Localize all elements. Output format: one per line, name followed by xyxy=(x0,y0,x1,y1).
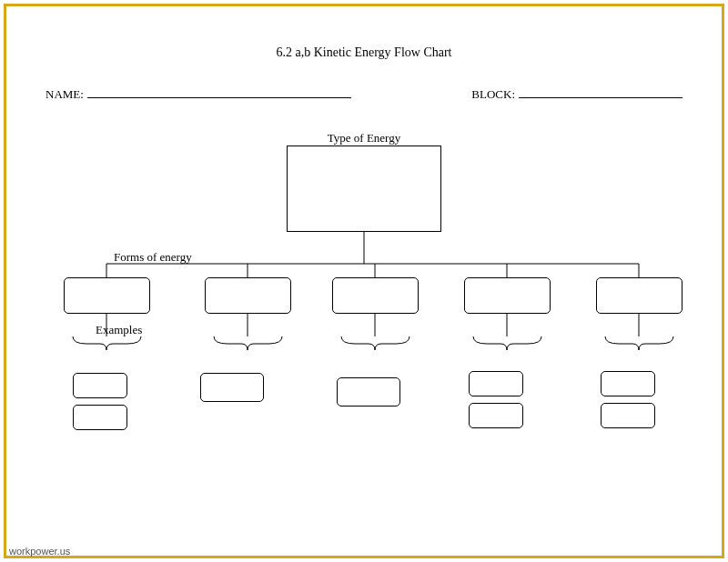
example-box-1b[interactable] xyxy=(73,405,127,430)
forms-of-energy-label: Forms of energy xyxy=(114,250,192,265)
form-box-3[interactable] xyxy=(332,277,419,314)
example-box-4b[interactable] xyxy=(469,403,523,428)
form-box-2[interactable] xyxy=(205,277,291,314)
page-title: 6.2 a,b Kinetic Energy Flow Chart xyxy=(18,45,710,60)
form-box-4[interactable] xyxy=(464,277,551,314)
example-box-3a[interactable] xyxy=(337,377,400,406)
name-label: NAME: xyxy=(46,87,84,102)
header-row: NAME: BLOCK: xyxy=(46,87,682,102)
block-label: BLOCK: xyxy=(471,87,515,102)
block-field: BLOCK: xyxy=(471,87,682,102)
type-of-energy-label: Type of Energy xyxy=(328,131,400,146)
example-box-2a[interactable] xyxy=(200,373,264,402)
example-box-4a[interactable] xyxy=(469,371,523,396)
example-box-5a[interactable] xyxy=(601,371,655,396)
form-box-1[interactable] xyxy=(64,277,150,314)
block-input-line[interactable] xyxy=(519,87,682,98)
example-box-1a[interactable] xyxy=(73,373,127,398)
example-box-5b[interactable] xyxy=(601,403,655,428)
form-box-5[interactable] xyxy=(596,277,682,314)
worksheet-page: 6.2 a,b Kinetic Energy Flow Chart NAME: … xyxy=(18,18,710,535)
examples-label: Examples xyxy=(96,323,142,337)
type-of-energy-box[interactable] xyxy=(287,146,441,232)
name-field: NAME: xyxy=(46,87,351,102)
watermark: workpower.us xyxy=(9,546,70,557)
name-input-line[interactable] xyxy=(87,87,351,98)
